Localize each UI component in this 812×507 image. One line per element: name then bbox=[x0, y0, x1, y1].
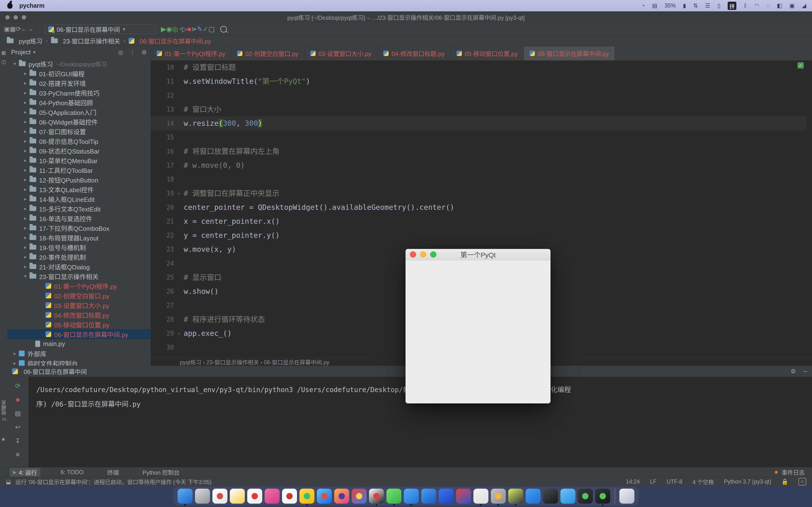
tree-chevron-icon[interactable]: ▸ bbox=[21, 109, 30, 115]
event-log-button[interactable]: 事件日志 bbox=[775, 468, 812, 476]
tree-chevron-icon[interactable]: ▸ bbox=[21, 225, 30, 231]
scroll-end-icon[interactable]: ↧ bbox=[15, 437, 20, 445]
dock-icon-blue-ring-app[interactable] bbox=[404, 489, 419, 504]
dock-icon-white-app[interactable] bbox=[473, 489, 489, 504]
code-line[interactable]: 21x = center_pointer.x() bbox=[151, 214, 807, 228]
dock-icon-firefox[interactable] bbox=[334, 489, 349, 504]
code-line[interactable]: 11w.setWindowTitle("第一个PyQt") bbox=[151, 74, 807, 89]
tree-chevron-icon[interactable]: ▾ bbox=[11, 61, 19, 67]
tree-item[interactable]: ▸08-提示信息QToolTip bbox=[7, 136, 151, 146]
display-mirror-icon[interactable]: ▤ bbox=[652, 2, 657, 9]
pyqt-titlebar[interactable]: 第一个PyQt bbox=[406, 249, 551, 260]
run-configuration-select[interactable]: 06-窗口显示在屏幕中间 ▾ bbox=[45, 24, 156, 34]
settings-icon[interactable]: ⚙ bbox=[791, 368, 796, 375]
debug-icon[interactable]: ◉ bbox=[166, 25, 172, 33]
dock-icon-pages-doc[interactable] bbox=[247, 489, 262, 504]
file-encoding[interactable]: UTF-8 bbox=[666, 478, 682, 485]
tree-chevron-icon[interactable]: ▸ bbox=[21, 206, 30, 212]
edit-run-icon[interactable]: ✎ bbox=[197, 25, 203, 33]
pyqt-app-window[interactable]: 第一个PyQt bbox=[406, 249, 551, 403]
save-all-icon[interactable]: ▦ bbox=[10, 25, 16, 33]
tree-item[interactable]: ▸10-菜单栏QMenuBar bbox=[7, 156, 151, 165]
run-tab[interactable]: 06-窗口显示在屏幕中间 bbox=[12, 367, 87, 376]
inspection-ok-icon[interactable]: ✓ bbox=[798, 62, 804, 68]
tree-chevron-icon[interactable]: ▸ bbox=[21, 264, 30, 270]
tree-item[interactable]: ▾pyqt练习~/Desktop/pyqt练习 bbox=[7, 59, 151, 68]
tree-item[interactable]: ▸14-输入框QLineEdit bbox=[7, 194, 151, 204]
tree-item[interactable]: ▸04-Python基础回顾 bbox=[7, 98, 151, 107]
updown-arrows-icon[interactable]: ⇅ bbox=[693, 2, 698, 9]
code-line[interactable]: 14w.resize(300, 300) bbox=[151, 116, 807, 130]
tree-chevron-icon[interactable]: ▸ bbox=[21, 196, 30, 202]
cursor-position[interactable]: 14:24 bbox=[626, 478, 640, 485]
forward-icon[interactable]: → bbox=[27, 25, 34, 33]
dock-icon-lanhu[interactable] bbox=[439, 489, 454, 504]
search-everywhere-icon[interactable] bbox=[220, 26, 227, 33]
tree-item[interactable]: ▸02-搭建开发环境 bbox=[7, 78, 151, 88]
favorites-stripe-label[interactable]: 2: 收藏夹 bbox=[0, 400, 8, 421]
code-line[interactable]: 17# w.move(0, 0) bbox=[151, 158, 807, 172]
dock-icon-wechat[interactable] bbox=[387, 489, 401, 504]
dock-icon-blue-bird-app[interactable] bbox=[560, 489, 575, 504]
tree-chevron-icon[interactable]: ▸ bbox=[21, 70, 30, 76]
tree-item[interactable]: ▸09-状态栏QStatusBar bbox=[7, 146, 151, 156]
grid-icon[interactable]: ▢ bbox=[208, 25, 215, 33]
coverage-icon[interactable]: ◎ bbox=[172, 25, 178, 33]
notification-icon[interactable]: ▣ bbox=[790, 2, 795, 9]
tree-item[interactable]: ▸03-PyCharm使用技巧 bbox=[7, 88, 151, 98]
tree-item[interactable]: ▸12-按钮QPushButton bbox=[7, 175, 151, 184]
fold-marker-icon[interactable]: › bbox=[174, 186, 184, 201]
pin-tab-icon[interactable]: ▤ bbox=[15, 410, 21, 417]
back-icon[interactable]: ← bbox=[21, 25, 27, 33]
dock-icon-trash[interactable] bbox=[619, 489, 635, 504]
toolwindow-switcher-icon[interactable]: ⬓ bbox=[6, 478, 11, 485]
code-line[interactable]: 22y = center_pointer.y() bbox=[151, 228, 807, 242]
breadcrumb-item[interactable]: pyqt练习 bbox=[7, 37, 42, 45]
tree-item[interactable]: ▸05-QApplication入门 bbox=[7, 107, 151, 117]
tree-item[interactable]: ▸19-信号与槽机制 bbox=[7, 242, 151, 252]
tree-item[interactable]: ▸15-多行文本QTextEdit bbox=[7, 204, 151, 213]
tree-item[interactable]: ▸16-单选与复选控件 bbox=[7, 213, 151, 223]
tree-chevron-icon[interactable]: ▸ bbox=[11, 350, 19, 356]
toolwindow-todo[interactable]: 6: TODO bbox=[57, 468, 87, 476]
dock-icon-finder[interactable] bbox=[177, 489, 193, 504]
dock-icon-terminal[interactable] bbox=[578, 489, 593, 504]
tree-chevron-icon[interactable]: ▸ bbox=[21, 177, 30, 182]
toolwindow-run[interactable]: ▶4: 运行 bbox=[10, 468, 40, 476]
tree-item[interactable]: 01-第一个PyQt程序.py bbox=[7, 281, 151, 291]
clipboard-icon[interactable]: ▯ bbox=[717, 2, 721, 9]
stop-icon[interactable]: ■ bbox=[16, 396, 20, 403]
fold-marker-icon[interactable]: › bbox=[174, 326, 184, 340]
tree-item[interactable]: ▸07-窗口图标设置 bbox=[7, 126, 151, 136]
dock-icon-red-blue-app[interactable] bbox=[456, 489, 471, 504]
tree-chevron-icon[interactable]: ▾ bbox=[21, 273, 30, 279]
breadcrumb-item[interactable]: 06-窗口显示在屏幕中间.py bbox=[129, 37, 211, 45]
menu-lines-icon[interactable]: ☰ bbox=[705, 2, 710, 9]
dock-icon-pink-box-app[interactable] bbox=[265, 489, 280, 504]
volume-icon[interactable]: ◢ bbox=[802, 2, 806, 9]
battery-icon[interactable]: ▮ bbox=[683, 2, 686, 9]
more-options-icon[interactable]: ⋮ bbox=[129, 49, 135, 56]
code-line[interactable]: 20center_pointer = QDesktopWidget().avai… bbox=[151, 201, 807, 214]
tree-item[interactable]: 05-移动窗口位置.py bbox=[7, 320, 151, 329]
tree-item[interactable]: 04-修改窗口标题.py bbox=[7, 310, 151, 320]
tree-item[interactable]: ▸临时文件和控制台 bbox=[7, 358, 151, 366]
toolwindow-python-console[interactable]: Python 控制台 bbox=[139, 468, 183, 476]
tree-item[interactable]: ▸外部库 bbox=[7, 349, 151, 358]
code-line[interactable]: 10# 设置窗口标题 bbox=[151, 60, 807, 74]
dock-icon-vscode[interactable] bbox=[526, 489, 541, 504]
dock-icon-textedit[interactable] bbox=[212, 489, 227, 504]
tree-item[interactable]: main.py bbox=[7, 339, 151, 349]
dock-icon-notes[interactable] bbox=[230, 489, 245, 504]
dock-icon-safari[interactable] bbox=[317, 489, 332, 504]
ide-titlebar[interactable]: pyqt练习 [~/Desktop/pyqt练习] – …/23-窗口显示操作相… bbox=[0, 11, 812, 23]
tree-chevron-icon[interactable]: ▸ bbox=[21, 235, 30, 240]
terminal-arrow-icon[interactable]: ⋗ bbox=[191, 25, 197, 33]
tree-chevron-icon[interactable]: ▸ bbox=[21, 138, 30, 144]
locate-file-icon[interactable]: ◎ bbox=[118, 49, 123, 56]
tree-chevron-icon[interactable]: ▸ bbox=[21, 100, 30, 105]
open-icon[interactable]: ▣ bbox=[4, 25, 10, 33]
dock-icon-github-desktop[interactable] bbox=[543, 489, 558, 504]
editor-tab[interactable]: 01-第一个PyQt程序.py bbox=[151, 46, 231, 60]
tree-chevron-icon[interactable]: ▸ bbox=[21, 128, 30, 134]
